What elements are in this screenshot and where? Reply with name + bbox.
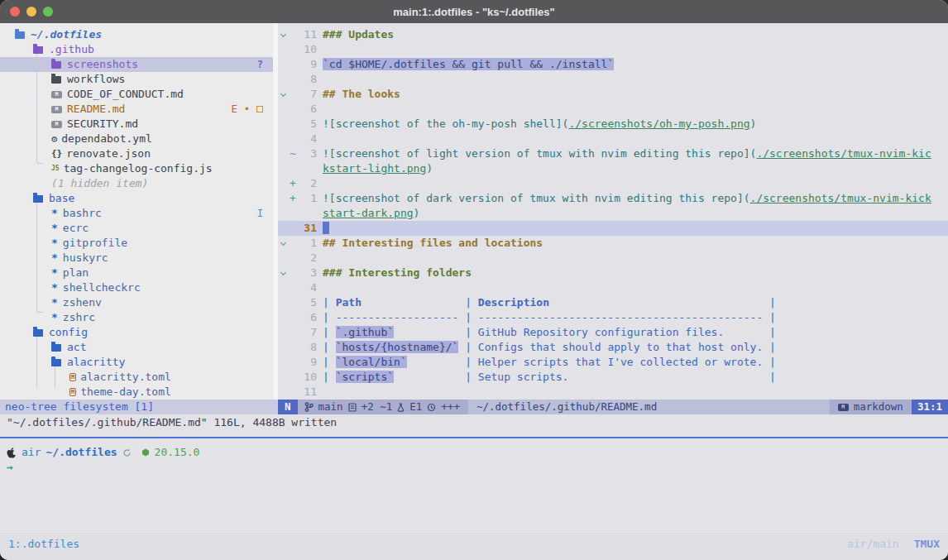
tree-item-label: bashrc (63, 206, 102, 221)
dotfile-star-icon: * (51, 310, 58, 325)
line-number: 6 (299, 102, 317, 117)
editor-line[interactable]: 10| `scripts` | Setup scripts. | (278, 370, 948, 385)
fold-chevron-icon[interactable] (278, 27, 290, 42)
editor-line[interactable]: 4 (278, 132, 948, 146)
tree-item[interactable]: screenshots? (0, 57, 273, 72)
editor-line[interactable]: 11### Updates (278, 27, 948, 42)
tree-item-label: workflows (67, 72, 125, 87)
markdown-file-icon: M (51, 121, 62, 128)
tree-item-label: theme-day.toml (80, 385, 171, 400)
fold-column (278, 251, 290, 266)
tree-item-label: gitprofile (63, 236, 127, 251)
editor-line[interactable]: kstart-light.png) (278, 161, 948, 176)
terminal-window: main:1:.dotfiles - "ks~/.dotfiles" ~/.do… (0, 0, 948, 560)
line-text: ## Interesting files and locations (317, 236, 543, 251)
tree-item[interactable]: act (0, 340, 273, 355)
tree-item[interactable]: Malacritty.toml (0, 370, 273, 385)
line-number: 4 (299, 280, 317, 295)
editor-line[interactable]: 6| ------------------- | ---------------… (278, 310, 948, 325)
shell-prompt: air ~/.dotfiles 20.15.0 (7, 445, 948, 460)
line-text (317, 221, 329, 236)
fold-column (278, 72, 290, 87)
editor-line[interactable]: +2 (278, 176, 948, 191)
tree-item[interactable]: .github (0, 42, 273, 57)
fold-column (278, 280, 290, 295)
line-text (317, 385, 323, 400)
editor-line[interactable]: 9| `local/bin` | Helper scripts that I'v… (278, 355, 948, 370)
markdown-file-icon: M (51, 106, 62, 113)
editor-line[interactable]: 6 (278, 102, 948, 117)
line-text (317, 251, 323, 266)
tree-guide-line (36, 202, 37, 306)
editor-line[interactable]: 10 (278, 42, 948, 57)
gitsign-column (290, 355, 299, 370)
dotfile-star-icon: * (51, 221, 58, 236)
tree-item[interactable]: workflows (0, 72, 273, 87)
tree-item[interactable]: Mtheme-day.toml (0, 385, 273, 400)
editor-line[interactable]: 1## Interesting files and locations (278, 236, 948, 251)
tree-item[interactable]: alacritty (0, 355, 273, 370)
tree-item[interactable]: *ecrc (0, 221, 273, 236)
tree-item[interactable]: *bashrcI (0, 206, 273, 221)
gitsign-column (290, 42, 299, 57)
fold-chevron-icon[interactable] (278, 266, 290, 280)
editor-line[interactable]: 5| Path | Description | (278, 295, 948, 310)
node-version: 20.15.0 (155, 445, 200, 460)
fold-column (278, 310, 290, 325)
editor-line[interactable]: 4 (278, 280, 948, 295)
fold-column (278, 355, 290, 370)
editor-line[interactable]: 7| `.github` | GitHub Repository configu… (278, 325, 948, 340)
folder-icon (15, 31, 25, 39)
tree-item[interactable]: (1 hidden item) (0, 176, 273, 191)
tree-item-label: huskyrc (63, 251, 108, 266)
editor-line[interactable]: 31 (278, 221, 948, 236)
folder-icon (51, 344, 61, 352)
tree-item[interactable]: MSECURITY.md (0, 117, 273, 132)
editor-line[interactable]: start-dark.png) (278, 206, 948, 221)
gitsign-column (290, 87, 299, 102)
editor-line[interactable]: 2 (278, 251, 948, 266)
tree-item[interactable]: *shellcheckrc (0, 280, 273, 295)
gitsign-column (290, 132, 299, 146)
tree-item[interactable]: *gitprofile (0, 236, 273, 251)
dotfile-star-icon: * (51, 251, 58, 266)
editor-line[interactable]: +1![screenshot of dark version of tmux w… (278, 191, 948, 206)
fold-chevron-icon[interactable] (278, 87, 290, 102)
pane-gap (0, 430, 948, 437)
line-text: ![screenshot of light version of tmux wi… (317, 146, 931, 161)
editor-buffer[interactable]: 11### Updates109`cd $HOME/.dotfiles && g… (278, 23, 948, 400)
editor-line[interactable]: 5![screenshot of the oh-my-posh shell](.… (278, 117, 948, 132)
tree-item-label: (1 hidden item) (51, 176, 148, 191)
shell-pane[interactable]: air ~/.dotfiles 20.15.0 → (0, 438, 948, 533)
tree-item-label: plan (63, 266, 89, 280)
folder-icon (33, 195, 43, 203)
statusline-filepath: ~/.dotfiles/.github/README.md (468, 400, 830, 414)
tree-item-label: zshenv (63, 295, 102, 310)
editor-line[interactable]: 8| `hosts/{hostname}/` | Configs that sh… (278, 340, 948, 355)
tree-item[interactable]: base (0, 191, 273, 206)
editor-line[interactable]: 8 (278, 72, 948, 87)
editor-line[interactable]: 9`cd $HOME/.dotfiles && git pull && ./in… (278, 57, 948, 72)
editor-line[interactable]: 3### Interesting folders (278, 266, 948, 280)
tree-item[interactable]: ~/.dotfiles (0, 27, 273, 42)
shell-input-line[interactable]: → (7, 460, 948, 475)
tree-item-label: alacritty (67, 355, 125, 370)
editor-line[interactable]: 7## The looks (278, 87, 948, 102)
tree-item[interactable]: MREADME.mdE• (0, 102, 273, 117)
tree-item[interactable]: *huskyrc (0, 251, 273, 266)
folder-icon (51, 61, 61, 69)
fold-column (278, 221, 290, 236)
line-text: ![screenshot of the oh-my-posh shell](./… (317, 117, 756, 132)
tree-item[interactable]: ⚙dependabot.yml (0, 132, 273, 146)
editor-line[interactable]: ~3![screenshot of light version of tmux … (278, 146, 948, 161)
tree-item[interactable]: config (0, 325, 273, 340)
folder-icon (33, 329, 43, 337)
tmux-window-item[interactable]: 1:.dotfiles (8, 538, 79, 550)
tree-item[interactable]: *plan (0, 266, 273, 280)
fold-chevron-icon[interactable] (278, 236, 290, 251)
fold-column (278, 132, 290, 146)
editor-line[interactable]: 11 (278, 385, 948, 400)
json-icon: {} (51, 146, 62, 161)
line-text: | `local/bin` | Helper scripts that I've… (317, 355, 776, 370)
tree-item[interactable]: MCODE_OF_CONDUCT.md (0, 87, 273, 102)
